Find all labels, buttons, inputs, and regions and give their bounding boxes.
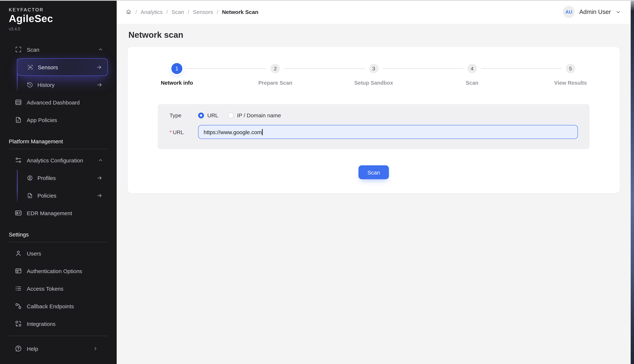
sidebar-item-label: Advanced Dashboard [27, 99, 107, 106]
radio-unselected[interactable] [228, 112, 234, 118]
id-card-icon [15, 209, 22, 217]
text-caret [262, 129, 263, 135]
desktop-edge-strip [631, 0, 634, 364]
network-scan-card: 1 Network info 2 Prepare Scan 3 Setup Sa… [128, 47, 620, 193]
radio-label: URL [207, 112, 218, 118]
step-number: 2 [270, 64, 280, 73]
step-number: 1 [171, 63, 182, 74]
sidebar-item-advanced-dashboard[interactable]: Advanced Dashboard [9, 94, 108, 111]
breadcrumb-separator: / [188, 9, 189, 15]
radio-selected[interactable] [198, 112, 204, 118]
step-view-results: 5 View Results [521, 63, 620, 86]
type-label: Type [169, 112, 198, 118]
url-label: * URL [169, 129, 198, 135]
dashboard-icon [15, 98, 22, 106]
sidebar-item-integrations[interactable]: Integrations [9, 315, 108, 332]
type-row: Type URL IP / Domain name [169, 112, 578, 118]
scan-subnav: Sensors History [9, 58, 108, 94]
step-label: Network info [161, 80, 193, 86]
sidebar-item-label: App Policies [27, 117, 107, 123]
sidebar-item-label: Sensors [38, 64, 58, 70]
step-dot-wrap: 5 [566, 63, 575, 74]
user-name: Admin User [579, 8, 611, 16]
auth-table-icon [15, 267, 22, 274]
user-menu[interactable]: AU Admin User [563, 6, 621, 18]
radio-option-url[interactable]: URL [198, 112, 218, 118]
sidebar-item-label: Help [27, 346, 88, 352]
sidebar-item-users[interactable]: Users [9, 244, 108, 262]
url-input[interactable]: https://www.google.com [198, 125, 578, 139]
sidebar-item-history[interactable]: History [17, 76, 108, 94]
sidebar-item-label: Access Tokens [27, 285, 107, 292]
breadcrumb-separator: / [135, 9, 137, 15]
scan-button[interactable]: Scan [359, 165, 389, 179]
user-icon [15, 250, 22, 257]
step-label: Prepare Scan [258, 80, 292, 86]
sidebar-item-analytics-configuration[interactable]: Analytics Configuration [9, 152, 108, 169]
url-input-value: https://www.google.com [204, 129, 262, 135]
sidebar-item-label: Integrations [27, 320, 107, 327]
sidebar-item-authentication-options[interactable]: Authentication Options [9, 262, 108, 280]
sidebar-item-access-tokens[interactable]: Access Tokens [9, 280, 108, 297]
profile-icon [27, 175, 33, 181]
brand-product: AgileSec [9, 13, 108, 24]
sidebar-item-callback-endpoints[interactable]: Callback Endpoints [9, 297, 108, 315]
app-window: KEYFACTOR AgileSec v3.4.0 Scan [0, 0, 634, 364]
step-dot-wrap: 3 [369, 63, 379, 74]
step-label: View Results [554, 80, 587, 86]
scan-form-panel: Type URL IP / Domain name [158, 104, 590, 149]
analytics-subnav: Profiles Policies [9, 169, 108, 204]
step-scan: 4 Scan [423, 63, 521, 86]
policy-check-icon [27, 192, 33, 198]
sidebar-section-platform-management: Platform Management [9, 138, 108, 144]
chevron-down-icon [615, 9, 621, 15]
sidebar-item-label: History [38, 82, 55, 88]
sliders-icon [15, 156, 22, 164]
sidebar-help-block: Help [9, 336, 108, 358]
window-top-edge [0, 0, 634, 1]
sidebar-item-label: Policies [38, 192, 56, 198]
agilesec-app: KEYFACTOR AgileSec v3.4.0 Scan [0, 0, 634, 364]
breadcrumb-item-scan[interactable]: Scan [172, 9, 184, 15]
breadcrumb-item-sensors[interactable]: Sensors [193, 9, 213, 15]
url-field-wrap: https://www.google.com [198, 125, 578, 139]
sidebar-item-sensors[interactable]: Sensors [17, 58, 108, 76]
sidebar-item-label: Profiles [38, 175, 56, 181]
radio-option-ip-domain[interactable]: IP / Domain name [228, 112, 281, 118]
step-number: 4 [467, 64, 477, 73]
sidebar-item-label: Analytics Configuration [27, 157, 93, 163]
arrow-right-icon [97, 192, 103, 198]
sidebar-item-app-policies[interactable]: App Policies [9, 111, 108, 129]
brand-company: KEYFACTOR [9, 7, 108, 12]
sidebar-item-label: Scan [27, 46, 93, 52]
url-row: * URL https://www.google.com [169, 125, 578, 139]
home-icon[interactable] [126, 9, 132, 15]
breadcrumb-separator: / [217, 9, 218, 15]
step-dot-wrap: 4 [467, 63, 477, 74]
breadcrumb-item-analytics[interactable]: Analytics [141, 9, 163, 15]
url-label-text: URL [173, 129, 184, 135]
sidebar-section-settings: Settings [9, 231, 108, 238]
sidebar-item-policies[interactable]: Policies [17, 186, 108, 204]
avatar: AU [563, 6, 575, 18]
sidebar-item-label: Authentication Options [27, 268, 107, 274]
history-icon [27, 82, 33, 88]
sidebar-item-scan[interactable]: Scan [9, 41, 108, 58]
content-area: Network scan 1 Network info 2 Prepare Sc… [117, 24, 631, 364]
step-number: 3 [369, 64, 379, 73]
top-bar: / Analytics / Scan / Sensors / Network S… [117, 0, 631, 24]
chevron-up-icon [98, 157, 104, 163]
step-dot-wrap: 1 [171, 63, 182, 74]
help-icon [15, 345, 22, 352]
step-label: Setup Sandbox [354, 80, 393, 86]
breadcrumb-current: Network Scan [222, 9, 258, 15]
sidebar-item-profiles[interactable]: Profiles [17, 169, 108, 186]
list-icon [15, 285, 22, 292]
document-icon [15, 116, 22, 124]
chevron-right-icon [93, 346, 98, 352]
sidebar-item-edr-management[interactable]: EDR Management [9, 204, 108, 222]
sidebar-item-help[interactable]: Help [9, 340, 108, 358]
step-dot-wrap: 2 [270, 63, 280, 74]
brand-block: KEYFACTOR AgileSec v3.4.0 [9, 7, 108, 31]
arrow-right-icon [96, 64, 102, 70]
